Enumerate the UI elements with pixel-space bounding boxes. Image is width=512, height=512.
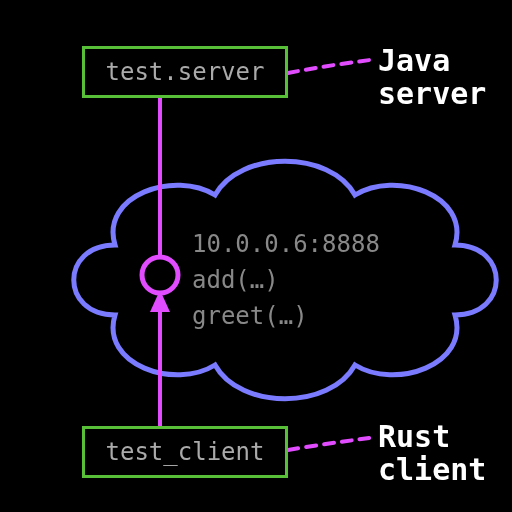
cloud-method-2: greet(…) [192, 298, 380, 334]
client-label-l2: client [378, 452, 486, 487]
client-box-label: test_client [106, 440, 265, 464]
client-label: Rust client [378, 420, 486, 486]
server-label: Java server [378, 44, 486, 110]
client-box: test_client [82, 426, 288, 478]
server-label-l1: Java [378, 43, 450, 78]
server-label-l2: server [378, 76, 486, 111]
cloud-method-1: add(…) [192, 262, 380, 298]
cloud-contents: 10.0.0.6:8888 add(…) greet(…) [192, 226, 380, 334]
server-box-label: test.server [106, 60, 265, 84]
client-label-l1: Rust [378, 419, 450, 454]
cloud-address: 10.0.0.6:8888 [192, 226, 380, 262]
server-box: test.server [82, 46, 288, 98]
port-icon [142, 257, 178, 293]
leader-server [288, 60, 370, 73]
leader-client [288, 438, 370, 450]
